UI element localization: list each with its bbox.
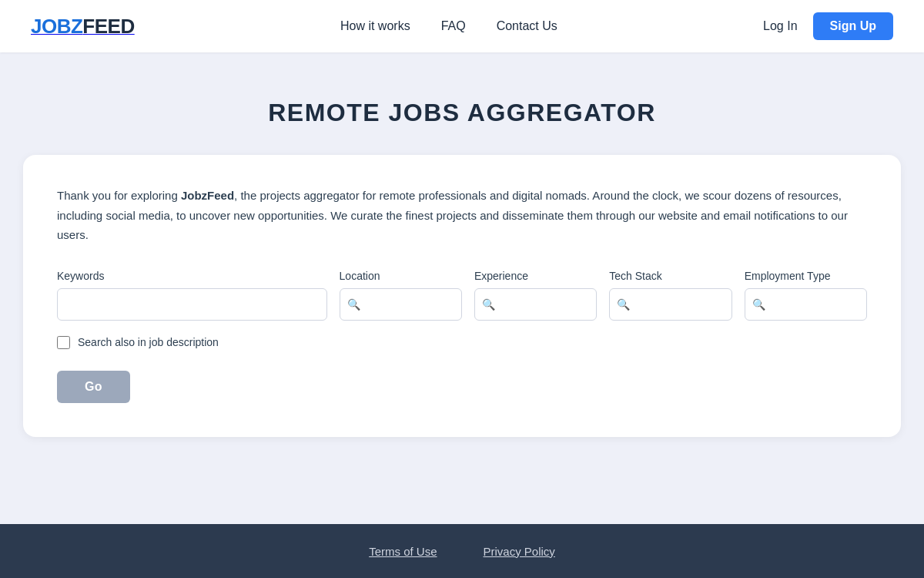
experience-field-group: Experience 🔍 — [474, 270, 597, 321]
privacy-policy-link[interactable]: Privacy Policy — [484, 545, 555, 558]
tech-stack-field-group: Tech Stack 🔍 — [609, 270, 732, 321]
tech-stack-label: Tech Stack — [609, 270, 732, 282]
keywords-input-wrapper — [57, 288, 327, 321]
logo-feed: FEED — [82, 15, 134, 38]
keywords-label: Keywords — [57, 270, 327, 282]
location-label: Location — [340, 270, 462, 282]
nav-faq[interactable]: FAQ — [441, 19, 466, 33]
experience-label: Experience — [474, 270, 597, 282]
header-actions: Log In Sign Up — [763, 12, 893, 40]
employment-type-label: Employment Type — [745, 270, 867, 282]
site-footer: Terms of Use Privacy Policy — [0, 524, 924, 578]
main-content: REMOTE JOBS AGGREGATOR Thank you for exp… — [0, 52, 924, 524]
tech-stack-input-wrapper: 🔍 — [609, 288, 732, 321]
checkbox-row: Search also in job description — [57, 336, 867, 349]
logo-jobz: JOBZ — [31, 15, 82, 38]
page-title: REMOTE JOBS AGGREGATOR — [268, 99, 656, 127]
intro-brand: JobzFeed — [181, 189, 234, 202]
location-field-group: Location 🔍 — [340, 270, 462, 321]
signup-button[interactable]: Sign Up — [813, 12, 893, 40]
location-input[interactable] — [340, 288, 462, 321]
keywords-field-group: Keywords — [57, 270, 327, 321]
search-card: Thank you for exploring JobzFeed, the pr… — [23, 155, 901, 437]
nav-contact-us[interactable]: Contact Us — [497, 19, 557, 33]
location-input-wrapper: 🔍 — [340, 288, 462, 321]
login-button[interactable]: Log In — [763, 19, 797, 33]
experience-input[interactable] — [474, 288, 597, 321]
job-description-checkbox[interactable] — [57, 336, 70, 349]
search-fields: Keywords Location 🔍 Experience 🔍 — [57, 270, 867, 321]
intro-text: Thank you for exploring JobzFeed, the pr… — [57, 186, 867, 245]
nav-how-it-works[interactable]: How it works — [340, 19, 410, 33]
go-button[interactable]: Go — [57, 371, 130, 403]
employment-type-input-wrapper: 🔍 — [745, 288, 867, 321]
experience-input-wrapper: 🔍 — [474, 288, 597, 321]
terms-of-use-link[interactable]: Terms of Use — [369, 545, 437, 558]
main-nav: How it works FAQ Contact Us — [340, 19, 557, 33]
checkbox-label[interactable]: Search also in job description — [78, 336, 219, 348]
logo[interactable]: JOBZFEED — [31, 15, 135, 39]
intro-part1: Thank you for exploring — [57, 189, 181, 202]
tech-stack-input[interactable] — [609, 288, 732, 321]
employment-type-input[interactable] — [745, 288, 867, 321]
site-header: JOBZFEED How it works FAQ Contact Us Log… — [0, 0, 924, 52]
keywords-input[interactable] — [57, 288, 327, 321]
employment-type-field-group: Employment Type 🔍 — [745, 270, 867, 321]
